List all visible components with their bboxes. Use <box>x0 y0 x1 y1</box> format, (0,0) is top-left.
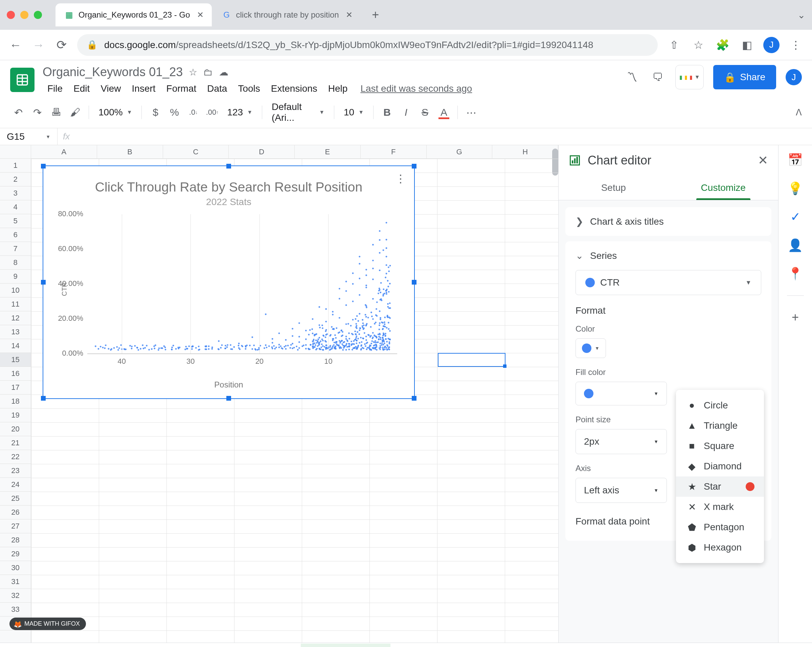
format-percent-button[interactable]: % <box>166 104 182 121</box>
row-header[interactable]: 13 <box>0 325 31 339</box>
row-header[interactable]: 11 <box>0 298 31 311</box>
row-header[interactable]: 6 <box>0 228 31 242</box>
axis-select[interactable]: Left axis ▼ <box>575 478 667 503</box>
maps-icon[interactable]: 📍 <box>789 267 802 281</box>
all-sheets-button[interactable]: ☰ <box>29 645 45 647</box>
tab-close-icon[interactable]: ✕ <box>346 10 353 20</box>
sheet-tab[interactable]: Basic Charts▼ <box>220 644 298 647</box>
name-box[interactable]: G15▼ <box>0 128 58 145</box>
close-window[interactable] <box>7 11 15 19</box>
menu-extensions[interactable]: Extensions <box>266 81 322 97</box>
add-addon-icon[interactable]: + <box>789 311 802 324</box>
editor-close-icon[interactable]: ✕ <box>758 153 768 168</box>
share-button[interactable]: 🔒 Share <box>713 65 776 89</box>
row-header[interactable]: 26 <box>0 505 31 519</box>
shape-option-circle[interactable]: ●Circle <box>676 395 764 415</box>
nav-forward-button[interactable]: → <box>31 38 46 52</box>
col-header[interactable]: F <box>361 145 427 159</box>
row-header[interactable]: 33 <box>0 603 31 616</box>
share-icon[interactable]: ⇧ <box>666 37 682 53</box>
collapse-toolbar-icon[interactable]: ᐱ <box>796 107 802 118</box>
menu-tools[interactable]: Tools <box>233 81 264 97</box>
cloud-status-icon[interactable]: ☁ <box>219 67 228 78</box>
nav-back-button[interactable]: ← <box>8 38 23 52</box>
row-header[interactable]: 29 <box>0 547 31 561</box>
add-sheet-button[interactable]: + <box>10 645 26 647</box>
maximize-window[interactable] <box>34 11 42 19</box>
color-picker[interactable]: ▼ <box>575 339 606 358</box>
contacts-icon[interactable]: 👤 <box>789 238 802 252</box>
calendar-icon[interactable]: 📅 <box>789 153 802 167</box>
sheet-tab[interactable]: Copy of Dates from Search Console▼ <box>48 644 217 647</box>
font-size-dropdown[interactable]: 10▼ <box>340 107 368 118</box>
shape-option-diamond[interactable]: ◆Diamond <box>676 456 764 476</box>
point-size-select[interactable]: 2px ▼ <box>575 429 667 454</box>
col-header[interactable]: D <box>229 145 295 159</box>
row-header[interactable]: 7 <box>0 242 31 256</box>
zoom-dropdown[interactable]: 100%▼ <box>95 107 136 118</box>
row-header[interactable]: 4 <box>0 200 31 214</box>
row-header[interactable]: 10 <box>0 284 31 298</box>
tasks-icon[interactable]: ✓ <box>789 210 802 224</box>
row-header[interactable]: 22 <box>0 450 31 464</box>
tab-overflow-icon[interactable]: ⌄ <box>797 9 805 21</box>
tab-customize[interactable]: Customize <box>669 175 778 200</box>
keep-icon[interactable]: 💡 <box>789 182 802 195</box>
col-header[interactable]: E <box>295 145 361 159</box>
row-header[interactable]: 2 <box>0 172 31 186</box>
undo-button[interactable]: ↶ <box>10 104 26 121</box>
row-header[interactable]: 14 <box>0 339 31 353</box>
menu-data[interactable]: Data <box>202 81 232 97</box>
menu-insert[interactable]: Insert <box>127 81 160 97</box>
series-selector[interactable]: CTR ▼ <box>575 270 761 295</box>
row-header[interactable]: 20 <box>0 422 31 436</box>
decrease-decimal-button[interactable]: .0↓ <box>185 104 201 121</box>
row-header[interactable]: 18 <box>0 395 31 409</box>
last-edit-link[interactable]: Last edit was seconds ago <box>360 83 472 94</box>
nav-reload-button[interactable]: ⟳ <box>54 38 69 52</box>
shape-option-pentagon[interactable]: ⬟Pentagon <box>676 517 764 537</box>
section-chart-axis-titles[interactable]: ❯ Chart & axis titles <box>565 207 771 236</box>
row-header[interactable]: 3 <box>0 186 31 200</box>
document-title[interactable]: Organic_Keywords 01_23 <box>43 65 183 79</box>
menu-help[interactable]: Help <box>324 81 353 97</box>
fill-color-picker[interactable]: ▼ <box>575 382 667 405</box>
number-format-dropdown[interactable]: 123▼ <box>223 107 256 118</box>
row-header[interactable]: 28 <box>0 533 31 547</box>
shape-option-xmark[interactable]: ✕X mark <box>676 497 764 517</box>
browser-tab-active[interactable]: ▦ Organic_Keywords 01_23 - Go ✕ <box>55 3 212 26</box>
chart-object[interactable]: ⋮ Click Through Rate by Search Result Po… <box>43 165 415 399</box>
chart-menu-icon[interactable]: ⋮ <box>395 172 406 185</box>
font-dropdown[interactable]: Default (Ari...▼ <box>268 102 328 123</box>
comments-icon[interactable]: 🗨 <box>650 69 666 85</box>
section-series[interactable]: ⌄ Series <box>565 241 771 270</box>
row-header[interactable]: 19 <box>0 409 31 422</box>
row-header[interactable]: 8 <box>0 256 31 270</box>
row-header[interactable]: 31 <box>0 575 31 589</box>
row-header[interactable]: 16 <box>0 367 31 381</box>
row-header[interactable]: 24 <box>0 478 31 492</box>
spreadsheet-grid[interactable]: A B C D E F G H 123456789101112131415161… <box>0 145 558 642</box>
row-header[interactable]: 12 <box>0 311 31 325</box>
sidepanel-icon[interactable]: ◧ <box>739 37 755 53</box>
shape-option-square[interactable]: ■Square <box>676 436 764 456</box>
redo-button[interactable]: ↷ <box>29 104 45 121</box>
select-all-corner[interactable] <box>0 145 31 159</box>
strikethrough-button[interactable]: S <box>417 104 433 121</box>
tab-setup[interactable]: Setup <box>559 175 669 200</box>
format-currency-button[interactable]: $ <box>147 104 163 121</box>
row-header[interactable]: 30 <box>0 561 31 575</box>
menu-file[interactable]: File <box>43 81 67 97</box>
col-header[interactable]: A <box>31 145 97 159</box>
italic-button[interactable]: I <box>398 104 414 121</box>
row-header[interactable]: 27 <box>0 519 31 533</box>
activity-icon[interactable]: 〽 <box>624 69 640 85</box>
row-header[interactable]: 15 <box>0 353 31 367</box>
row-header[interactable]: 9 <box>0 270 31 284</box>
sheets-logo-icon[interactable] <box>10 68 35 92</box>
row-header[interactable]: 32 <box>0 589 31 603</box>
shape-option-triangle[interactable]: ▲Triangle <box>676 415 764 436</box>
move-icon[interactable]: 🗀 <box>203 67 213 78</box>
row-header[interactable]: 21 <box>0 436 31 450</box>
shape-option-star[interactable]: ★Star <box>676 476 764 497</box>
